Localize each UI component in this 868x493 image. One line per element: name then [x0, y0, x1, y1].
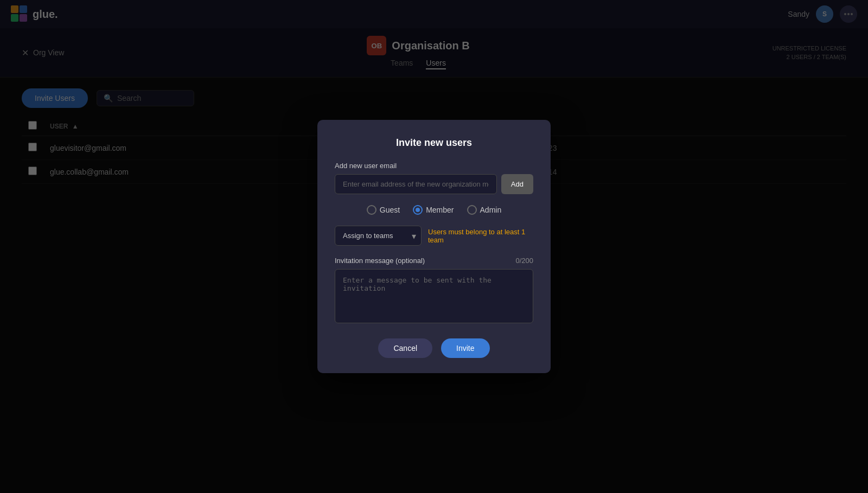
- role-admin-label[interactable]: Admin: [467, 205, 502, 215]
- email-input[interactable]: [335, 174, 497, 194]
- cancel-button[interactable]: Cancel: [378, 338, 432, 358]
- role-member-label[interactable]: Member: [413, 205, 454, 215]
- email-field-label: Add new user email: [335, 162, 533, 170]
- invite-button[interactable]: Invite: [441, 338, 489, 358]
- role-selection-row: Guest Member Admin: [335, 205, 533, 215]
- role-member-radio[interactable]: [413, 205, 423, 215]
- role-guest-label[interactable]: Guest: [367, 205, 400, 215]
- role-guest-radio[interactable]: [367, 205, 376, 215]
- email-row: Add: [335, 174, 533, 194]
- message-char-count: 0/200: [515, 257, 533, 265]
- assign-teams-select[interactable]: Assign to teams: [335, 226, 422, 246]
- modal-title: Invite new users: [335, 137, 533, 149]
- team-select-wrapper: Assign to teams: [335, 226, 422, 246]
- assign-teams-row: Assign to teams Users must belong to at …: [335, 226, 533, 246]
- add-email-button[interactable]: Add: [501, 174, 533, 194]
- invitation-message-textarea[interactable]: [335, 269, 533, 323]
- modal-footer: Cancel Invite: [335, 338, 533, 358]
- modal-overlay: Invite new users Add new user email Add …: [0, 0, 868, 493]
- role-admin-radio[interactable]: [467, 205, 477, 215]
- invitation-message-label: Invitation message (optional): [335, 257, 425, 265]
- team-warning: Users must belong to at least 1 team: [428, 228, 533, 244]
- invite-users-modal: Invite new users Add new user email Add …: [317, 120, 551, 373]
- invitation-message-header: Invitation message (optional) 0/200: [335, 257, 533, 265]
